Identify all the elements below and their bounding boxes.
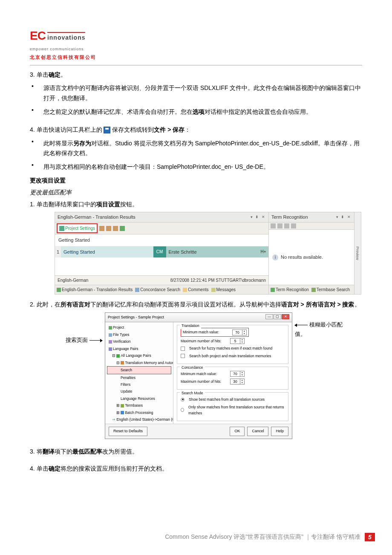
no-results-message: i No results available. <box>269 230 354 285</box>
reset-button[interactable]: Reset to Defaults <box>109 427 147 436</box>
bottom-tabs-left: English-German - Translation Results Con… <box>55 285 268 294</box>
info-icon: i <box>272 254 278 260</box>
tab-comments[interactable]: Comments <box>183 286 208 293</box>
document-content: 3. 单击确定。 • 源语言文档中的可翻译内容将被识别、分段并置于一个双语 SD… <box>30 70 362 474</box>
bullet-2: • 您之前定义的默认翻译记忆库、术语库会自动打开。您在选项对话框中指定的其他设置… <box>30 105 362 119</box>
tree-filters[interactable]: Filters <box>107 381 171 388</box>
screenshot-project-settings-dialog: Project Settings - Sample Project — ▢ ✕ … <box>105 312 292 439</box>
callout-min-match: 模糊最小匹配值。 <box>295 312 350 339</box>
toolbar-icon-4[interactable] <box>120 226 125 231</box>
window-buttons: — ▢ ✕ <box>265 314 289 321</box>
tab-termbase-search[interactable]: Termbase Search <box>311 286 350 293</box>
tree-search-selected[interactable]: Search <box>107 366 171 374</box>
group-search-mode: Search Mode Show best matches from all t… <box>177 392 288 421</box>
bottom-tabs-right: Term Recognition Termbase Search <box>269 285 354 294</box>
step-4: 4. 单击快速访问工具栏上的 保存文档或转到文件 > 保存： <box>30 125 362 135</box>
source-segment[interactable]: Getting Started <box>61 246 153 257</box>
bullet-3: • 此时将显示另存为对话框。Studio 将提示您将文档另存为 SamplePh… <box>30 137 362 161</box>
max-hits-row: Maximum number of hits: 5▴▾ <box>181 338 285 344</box>
tab-messages[interactable]: Messages <box>211 286 236 293</box>
bullet-1: • 源语言文档中的可翻译内容将被识别、分段并置于一个双语 SDLXLIFF 文件… <box>30 81 362 105</box>
tree-langpairs[interactable]: Language Pairs <box>107 345 171 352</box>
tree-filetypes[interactable]: File Types <box>107 331 171 338</box>
logo-innovations: innovations <box>47 32 86 44</box>
section-change-project-settings: 更改项目设置 <box>30 176 362 186</box>
chk-bothtm[interactable]: Search both project and main translation… <box>181 353 285 359</box>
tree-project[interactable]: Project <box>107 324 171 331</box>
pane-title-left: English-German - Translation Results▾ ⬍ … <box>55 212 268 223</box>
translation-row: 1 Getting Started CM Erste Schritte H+ <box>55 246 268 257</box>
tab-term-recognition[interactable]: Term Recognition <box>271 286 309 293</box>
page-number: 5 <box>365 533 375 541</box>
tree-pair-2[interactable]: ⇒ English (United States)->French (Franc… <box>107 423 171 424</box>
settings-panel: Translation Minimum match value: 70▴▾ Ma… <box>173 322 292 424</box>
header-divider <box>30 65 362 66</box>
step-3: 3. 单击确定。 <box>30 70 362 80</box>
ok-button[interactable]: OK <box>230 427 245 436</box>
status-bar: English-German8/27/2008 12:21:41 PM STUT… <box>55 275 268 285</box>
conc-min-row: Minimum match value: 70▴▾ <box>181 371 285 377</box>
navigation-tree[interactable]: Project File Types Verification Language… <box>105 322 173 424</box>
minimize-button[interactable]: — <box>265 314 273 319</box>
term-icon-3[interactable] <box>284 223 289 228</box>
tree-termbases[interactable]: ⊞ Termbases <box>107 402 171 409</box>
match-badge: CM <box>153 246 166 257</box>
logo-ec: EC <box>30 26 46 46</box>
conc-min-spinner[interactable]: 70▴▾ <box>230 371 245 377</box>
highlighted-min-match: Minimum match value: 70▴▾ <box>181 328 249 336</box>
substep-2: 2. 此时，在所有语言对下的翻译记忆库和自动翻译页面将显示项目设置对话框。从导航… <box>30 300 362 310</box>
arrow-left-icon <box>295 325 308 325</box>
project-settings-button[interactable]: Project Settings <box>57 223 98 233</box>
dialog-titlebar: Project Settings - Sample Project — ▢ ✕ <box>105 313 292 322</box>
tab-concordance[interactable]: Concordance Search <box>135 286 180 293</box>
max-hits-spinner[interactable]: 5▴▾ <box>230 338 245 344</box>
screenshot2-wrap: 搜索页面 Project Settings - Sample Project —… <box>30 312 362 439</box>
callout-search-page: 搜索页面 <box>30 312 102 345</box>
footer-text: Common Sense Advisory 评选"世界百强语言供应商" ｜专注翻… <box>165 532 360 542</box>
term-icon-2[interactable] <box>277 223 282 228</box>
tree-update[interactable]: Update <box>107 388 171 395</box>
radio-first-source[interactable]: Only show matches from first translation… <box>181 404 285 416</box>
toolbar-icon-1[interactable] <box>99 226 104 231</box>
tree-penalties[interactable]: Penalties <box>107 374 171 381</box>
tree-verification[interactable]: Verification <box>107 338 171 345</box>
tab-translation-results[interactable]: English-German - Translation Results <box>57 286 133 293</box>
dialog-footer: Reset to Defaults OK Cancel Help <box>105 424 292 438</box>
screenshot-translation-results: English-German - Translation Results▾ ⬍ … <box>55 212 361 295</box>
logo-subtitle: empower communications <box>30 46 362 52</box>
tree-batch[interactable]: ⊞ Batch Processing <box>107 409 171 416</box>
conc-max-spinner[interactable]: 30▴▾ <box>230 379 245 384</box>
min-match-spinner[interactable]: 70▴▾ <box>232 330 247 335</box>
group-translation: Translation Minimum match value: 70▴▾ Ma… <box>177 325 288 364</box>
preview-tab[interactable]: Preview <box>354 212 361 294</box>
substep-4: 4. 单击确定将您的搜索设置应用到当前打开的文档。 <box>30 464 362 474</box>
tree-tm[interactable]: ⊟ Translation Memory and Automated Trans… <box>107 359 171 366</box>
group-concordance: Concordance Minimum match value: 70▴▾ Ma… <box>177 367 288 390</box>
tree-pair-1[interactable]: ⇒ English (United States)->German (Germa… <box>107 416 171 423</box>
row-number: 1 <box>55 246 61 257</box>
toolbar-icon-3[interactable] <box>113 226 118 231</box>
close-button[interactable]: ✕ <box>282 314 289 319</box>
chk-fuzzy[interactable]: Search for fuzzy matches even if exact m… <box>181 345 285 351</box>
term-toolbar <box>269 223 354 230</box>
pane-title-right: Term Recognition▾ ⬍ ✕ <box>269 212 354 223</box>
cancel-button[interactable]: Cancel <box>247 427 268 436</box>
company-logo: EC innovations empower communications 北京… <box>30 26 362 61</box>
bullet-4: • 用与原文档相同的名称自动创建一个项目：SamplePhotoPrinter.… <box>30 160 362 174</box>
logo-chinese-name: 北京创思立信科技有限公司 <box>30 53 362 61</box>
help-button[interactable]: Help <box>271 427 288 436</box>
maximize-button[interactable]: ▢ <box>274 314 281 319</box>
radio-best-matches[interactable]: Show best matches from all translation s… <box>181 396 285 402</box>
page-footer: Common Sense Advisory 评选"世界百强语言供应商" ｜专注翻… <box>0 532 392 542</box>
toolbar-icon-2[interactable] <box>106 226 111 231</box>
tree-langres[interactable]: Language Resources <box>107 395 171 402</box>
term-icon-1[interactable] <box>271 223 276 228</box>
pane-controls[interactable]: ▾ ⬍ ✕ <box>251 214 266 220</box>
conc-max-row: Maximum number of hits: 30▴▾ <box>181 379 285 384</box>
term-icon-4[interactable] <box>291 223 296 228</box>
substep-3: 3. 将翻译项下的最低匹配率改为所需值。 <box>30 447 362 457</box>
target-segment[interactable]: Erste Schritte <box>166 246 259 257</box>
substep-1: 1. 单击翻译结果窗口中的项目设置按钮。 <box>30 199 362 210</box>
tree-allpairs[interactable]: ⊟ All Language Pairs <box>107 352 171 359</box>
save-icon <box>104 127 110 133</box>
